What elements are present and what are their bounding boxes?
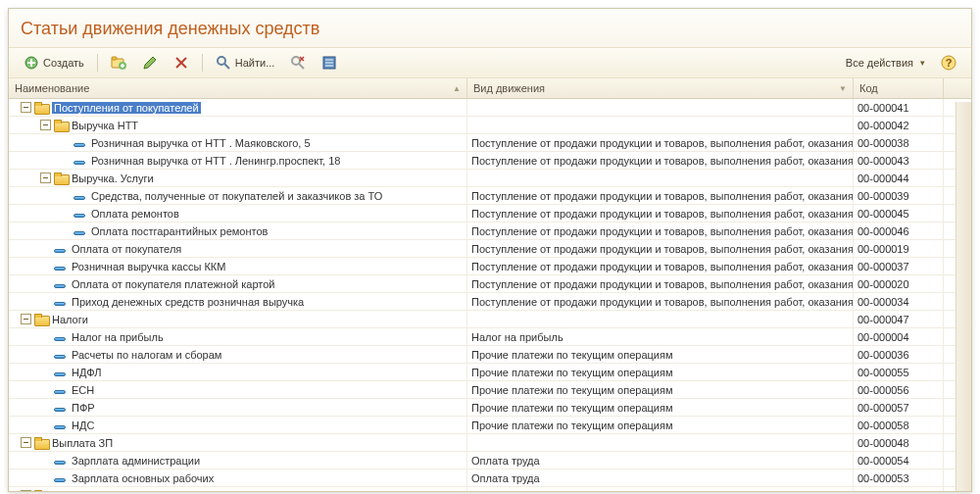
table-row[interactable]: Средства, полученные от покупателей и за… [9, 187, 971, 205]
collapse-icon[interactable] [21, 314, 31, 324]
row-name-label: Средства, полученные от покупателей и за… [91, 190, 382, 202]
cell-code: 00-000058 [854, 417, 944, 433]
collapse-icon[interactable] [40, 173, 51, 183]
row-name-label: Налог на прибыль [72, 331, 164, 343]
cell-code: 00-000044 [854, 170, 944, 186]
column-header-type[interactable]: Вид движения▼ [467, 78, 854, 98]
row-name-label: Розничная выручка кассы ККМ [72, 261, 225, 272]
table-row[interactable]: Оплата ремонтовПоступление от продажи пр… [9, 205, 971, 222]
cell-type [467, 487, 854, 491]
table-row[interactable]: НДСПрочие платежи по текущим операциям00… [9, 417, 971, 434]
expand-icon[interactable] [21, 490, 31, 491]
collapse-icon[interactable] [21, 102, 31, 113]
row-name-label: Выручка. Услуги [72, 173, 154, 184]
cell-name: Поступления от покупателей [9, 99, 467, 116]
table-row[interactable]: Выплата ЗП00-000048 [9, 434, 971, 452]
table-row[interactable]: Розничная выручка от НТТ . Ленингр.просп… [9, 152, 971, 170]
table-row[interactable]: ПФРПрочие платежи по текущим операциям00… [9, 399, 971, 417]
cell-code: 00-000057 [854, 399, 944, 416]
cell-code: 00-000042 [854, 117, 944, 133]
cell-name: Налог на прибыль [9, 328, 467, 345]
table-row[interactable]: Розничная выручка от НТТ . Маяковского, … [9, 134, 971, 152]
row-name-label: Зарплата администрации [72, 455, 200, 467]
table-row[interactable]: Поступления от покупателей00-000041 [9, 99, 971, 117]
delete-icon [173, 55, 189, 71]
collapse-icon[interactable] [40, 120, 51, 130]
cell-type: Поступление от продажи продукции и товар… [467, 240, 854, 257]
table-row[interactable]: Приход денежных средств розничная выручк… [9, 293, 971, 311]
table-row[interactable]: Полотчетники00-000049 [9, 487, 971, 491]
list-icon [321, 55, 337, 71]
table-row[interactable]: Расчеты по налогам и сборамПрочие платеж… [9, 346, 971, 364]
row-name-label: НДС [72, 420, 94, 431]
cell-code: 00-000048 [854, 434, 944, 451]
edit-button[interactable] [135, 52, 165, 74]
row-name-label: Зарплата основных рабочих [72, 472, 214, 484]
cell-code: 00-000020 [854, 275, 944, 292]
cell-code: 00-000056 [854, 381, 944, 398]
table-body: Поступления от покупателей00-000041Выруч… [9, 99, 971, 491]
cell-name: НДС [9, 417, 467, 433]
row-name-label: ЕСН [72, 384, 94, 396]
help-button[interactable]: ? [934, 52, 963, 74]
table-row[interactable]: НДФЛПрочие платежи по текущим операциям0… [9, 364, 971, 381]
table-row[interactable]: Зарплата администрацииОплата труда00-000… [9, 452, 971, 469]
column-header-name[interactable]: Наименование▲ [9, 78, 467, 98]
toolbar: Создать Найти... Все действия ? [9, 47, 971, 78]
cell-type: Прочие платежи по текущим операциям [467, 381, 854, 398]
table-row[interactable]: Налог на прибыльНалог на прибыль00-00000… [9, 328, 971, 346]
cell-type: Поступление от продажи продукции и товар… [467, 293, 854, 310]
all-actions-button[interactable]: Все действия [839, 54, 932, 72]
svg-point-5 [292, 57, 300, 65]
pencil-icon [142, 55, 158, 71]
table-row[interactable]: Выручка НТТ00-000042 [9, 117, 971, 134]
row-name-label: Розничная выручка от НТТ . Маяковского, … [91, 137, 311, 149]
cell-type [467, 170, 854, 186]
help-icon: ? [941, 55, 956, 71]
item-icon [54, 402, 68, 413]
row-name-label: Налоги [52, 314, 88, 325]
folder-icon [34, 490, 48, 491]
cell-type: Поступление от продажи продукции и товар… [467, 258, 854, 274]
table-row[interactable]: Оплата постгарантийных ремонтовПоступлен… [9, 222, 971, 240]
table-row[interactable]: Выручка. Услуги00-000044 [9, 170, 971, 187]
cell-type [467, 99, 854, 116]
cell-code: 00-000046 [854, 222, 944, 239]
cell-type: Налог на прибыль [467, 328, 854, 345]
all-actions-label: Все действия [846, 57, 913, 69]
cell-type [467, 117, 854, 133]
table-row[interactable]: Розничная выручка кассы ККМПоступление о… [9, 258, 971, 275]
column-header-code[interactable]: Код [854, 78, 944, 98]
row-name-label: Выплата ЗП [52, 437, 113, 449]
cell-code: 00-000039 [854, 187, 944, 204]
collapse-icon[interactable] [21, 437, 31, 448]
scrollbar[interactable] [956, 102, 971, 491]
row-name-label: Приход денежных средств розничная выручк… [72, 296, 304, 308]
cell-type: Поступление от продажи продукции и товар… [467, 205, 854, 222]
table-row[interactable]: Налоги00-000047 [9, 311, 971, 328]
table-row[interactable]: Оплата от покупателя платежной картойПос… [9, 275, 971, 293]
cell-type: Оплата труда [467, 469, 854, 486]
item-icon [74, 208, 87, 219]
clear-search-button[interactable] [283, 52, 313, 74]
table-row[interactable]: ЕСНПрочие платежи по текущим операциям00… [9, 381, 971, 399]
delete-button[interactable] [167, 52, 196, 74]
create-button[interactable]: Создать [17, 52, 91, 74]
item-icon [74, 190, 87, 201]
cell-name: Оплата от покупателя [9, 240, 467, 257]
table-row[interactable]: Оплата от покупателяПоступление от прода… [9, 240, 971, 258]
find-button[interactable]: Найти... [209, 52, 282, 74]
cell-code: 00-000054 [854, 452, 944, 469]
table-header: Наименование▲ Вид движения▼ Код [9, 78, 971, 99]
new-folder-button[interactable] [104, 52, 133, 74]
cell-name: ПФР [9, 399, 467, 416]
item-icon [74, 137, 87, 148]
list-view-button[interactable] [315, 52, 344, 74]
cell-name: Полотчетники [9, 487, 467, 491]
cell-code: 00-000041 [854, 99, 944, 116]
table-row[interactable]: Зарплата основных рабочихОплата труда00-… [9, 469, 971, 487]
find-label: Найти... [235, 57, 275, 69]
cell-type: Оплата труда [467, 452, 854, 469]
cell-name: ЕСН [9, 381, 467, 398]
cell-code: 00-000053 [854, 469, 944, 486]
